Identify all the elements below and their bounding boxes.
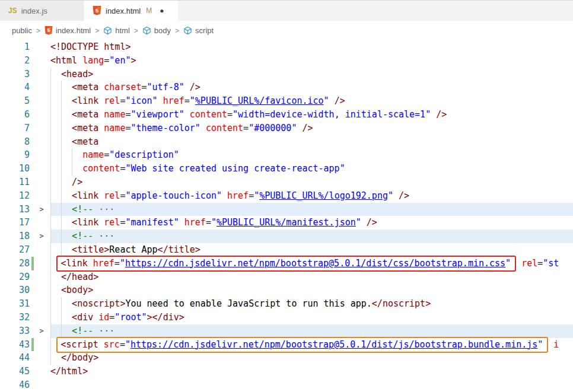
line-number: 9 xyxy=(0,148,30,162)
code-line-30[interactable]: <body> xyxy=(50,283,573,297)
breadcrumb-separator-icon: > xyxy=(175,27,179,35)
breadcrumb-label: body xyxy=(154,26,171,35)
indent-guides xyxy=(50,189,72,203)
indent-guides xyxy=(50,311,72,324)
code-line-8[interactable]: <meta xyxy=(50,135,573,149)
line-number: 11 xyxy=(0,176,30,189)
fold-column xyxy=(34,243,49,257)
indent-guides xyxy=(50,270,61,284)
code-line-29[interactable]: </head> xyxy=(50,270,573,284)
code-line-17[interactable]: <link rel="manifest" href="%PUBLIC_URL%/… xyxy=(50,216,573,230)
code-line-27[interactable]: <title>React App</title> xyxy=(50,243,573,257)
editor-line: 27<title>React App</title> xyxy=(0,243,573,257)
line-number: 10 xyxy=(0,162,30,176)
editor-line: 5<link rel="icon" href="%PUBLIC_URL%/fav… xyxy=(0,94,573,108)
indent-guides xyxy=(50,283,61,297)
fold-chevron-icon[interactable]: > xyxy=(34,230,49,243)
fold-chevron-icon[interactable]: > xyxy=(34,324,49,338)
indent-guides xyxy=(50,81,72,94)
editor-line: 17<link rel="manifest" href="%PUBLIC_URL… xyxy=(0,216,573,230)
code-line-9[interactable]: name="description" xyxy=(50,148,573,162)
indent-guides xyxy=(50,122,72,135)
fold-column xyxy=(34,270,49,284)
fold-column xyxy=(34,81,49,94)
line-number: 28 xyxy=(0,257,30,270)
tab-index-js[interactable]: JS index.js xyxy=(0,1,84,21)
breadcrumb-item-index-html[interactable]: 5index.html xyxy=(44,26,91,35)
fold-column xyxy=(34,162,49,176)
editor-line: 29</head> xyxy=(0,270,573,284)
code-line-12[interactable]: <link rel="apple-touch-icon" href="%PUBL… xyxy=(50,189,573,203)
line-number: 3 xyxy=(0,68,30,81)
tab-label: index.html xyxy=(106,7,141,15)
symbol-cube-icon xyxy=(103,26,112,35)
code-line-45[interactable]: </html> xyxy=(50,365,573,378)
line-number: 43 xyxy=(0,338,30,352)
code-line-28[interactable]: <link href="https://cdn.jsdelivr.net/npm… xyxy=(50,257,573,270)
code-line-4[interactable]: <meta charset="utf-8" /> xyxy=(50,81,573,94)
breadcrumb-item-body[interactable]: body xyxy=(142,26,171,35)
javascript-icon: JS xyxy=(8,7,17,15)
editor-line: 1<!DOCTYPE html> xyxy=(0,40,573,54)
editor-line: 13><!-- ··· xyxy=(0,203,573,216)
indent-guides xyxy=(50,297,72,311)
line-number: 8 xyxy=(0,135,30,149)
line-number: 18 xyxy=(0,230,30,243)
unsaved-changes-dot[interactable]: ● xyxy=(160,7,164,15)
fold-column xyxy=(34,54,49,68)
code-line-32[interactable]: <div id="root"></div> xyxy=(50,311,573,324)
code-line-5[interactable]: <link rel="icon" href="%PUBLIC_URL%/favi… xyxy=(50,94,573,108)
code-line-10[interactable]: content="Web site created using create-r… xyxy=(50,162,573,176)
symbol-cube-icon xyxy=(142,26,151,35)
editor-line: 33><!-- ··· xyxy=(0,324,573,338)
code-line-11[interactable]: /> xyxy=(50,176,573,189)
breadcrumb-item-public[interactable]: public xyxy=(12,26,32,35)
fold-column xyxy=(34,283,49,297)
code-line-13[interactable]: <!-- ··· xyxy=(50,203,573,216)
breadcrumb: public>5index.html>html>body>script xyxy=(0,21,573,40)
indent-guides xyxy=(50,135,72,149)
editor-line: 7<meta name="theme-color" content="#0000… xyxy=(0,122,573,135)
breadcrumb-separator-icon: > xyxy=(95,27,99,35)
annotation-orange-box: <script src="https://cdn.jsdelivr.net/np… xyxy=(56,337,549,353)
editor-line: 28<link href="https://cdn.jsdelivr.net/n… xyxy=(0,257,573,270)
code-line-46[interactable] xyxy=(50,378,573,392)
code-line-18[interactable]: <!-- ··· xyxy=(50,230,573,243)
fold-chevron-icon[interactable]: > xyxy=(34,203,49,216)
code-line-2[interactable]: <html lang="en"> xyxy=(50,54,573,68)
code-line-1[interactable]: <!DOCTYPE html> xyxy=(50,40,573,54)
breadcrumb-item-script[interactable]: script xyxy=(183,26,214,35)
breadcrumb-separator-icon: > xyxy=(36,27,40,35)
fold-column xyxy=(34,365,49,378)
tab-index-html[interactable]: 5 index.html M ● xyxy=(84,1,178,21)
line-number: 5 xyxy=(0,94,30,108)
line-number: 46 xyxy=(0,378,30,392)
code-line-6[interactable]: <meta name="viewport" content="width=dev… xyxy=(50,108,573,122)
editor-line: 4<meta charset="utf-8" /> xyxy=(0,81,573,94)
fold-column xyxy=(34,351,49,365)
fold-column xyxy=(34,148,49,162)
fold-column xyxy=(34,311,49,324)
code-line-44[interactable]: </body> xyxy=(50,351,573,365)
annotation-red-box: <link href="https://cdn.jsdelivr.net/npm… xyxy=(56,256,517,272)
breadcrumb-label: script xyxy=(195,26,214,35)
indent-guides xyxy=(50,108,72,122)
code-line-31[interactable]: <noscript>You need to enable JavaScript … xyxy=(50,297,573,311)
breadcrumb-item-html[interactable]: html xyxy=(103,26,130,35)
code-line-33[interactable]: <!-- ··· xyxy=(50,324,573,338)
code-line-3[interactable]: <head> xyxy=(50,68,573,81)
fold-column xyxy=(34,68,49,81)
html5-icon: 5 xyxy=(44,26,53,35)
line-number: 29 xyxy=(0,270,30,284)
fold-column xyxy=(34,94,49,108)
code-line-43[interactable]: <script src="https://cdn.jsdelivr.net/np… xyxy=(50,338,573,352)
editor-line: 32<div id="root"></div> xyxy=(0,311,573,324)
code-line-7[interactable]: <meta name="theme-color" content="#00000… xyxy=(50,122,573,135)
editor-line: 43<script src="https://cdn.jsdelivr.net/… xyxy=(0,338,573,352)
indent-guides xyxy=(50,148,82,162)
line-number: 4 xyxy=(0,81,30,94)
editor-line: 6<meta name="viewport" content="width=de… xyxy=(0,108,573,122)
line-number: 1 xyxy=(0,40,30,54)
symbol-cube-icon xyxy=(183,26,192,35)
breadcrumb-label: public xyxy=(12,26,32,35)
